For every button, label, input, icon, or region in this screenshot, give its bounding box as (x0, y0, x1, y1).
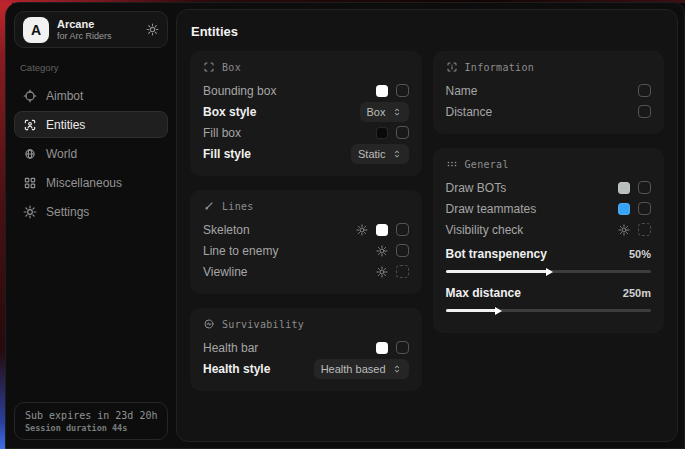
health-bar-checkbox[interactable] (396, 341, 409, 354)
slider-row: Bot transpenency 50% (446, 243, 652, 273)
setting-row: Skeleton (203, 219, 409, 240)
lines-card: Lines Skeleton Line to enem (190, 190, 422, 294)
setting-label: Bot transpenency (446, 247, 547, 261)
sidebar-item-entities[interactable]: Entities (14, 111, 168, 138)
row-gear-icon[interactable] (356, 224, 368, 236)
sub-expiry-text: Sub expires in 23d 20h (25, 410, 157, 421)
pencil-line-icon (203, 200, 215, 212)
setting-label: Health bar (203, 341, 258, 355)
setting-row: Line to enemy (203, 240, 409, 261)
box-style-dropdown[interactable]: Box (360, 102, 409, 122)
information-card: Information Name Distance (433, 51, 665, 134)
card-title: Box (222, 62, 241, 73)
slider-thumb[interactable] (546, 268, 553, 276)
dropdown-value: Health based (321, 363, 386, 375)
sidebar-item-label: Miscellaneous (46, 176, 122, 190)
page-title: Entities (191, 24, 664, 39)
brand-gear-icon[interactable] (146, 23, 159, 36)
color-swatch[interactable] (376, 342, 388, 354)
app-window: A Arcane for Arc Riders Category Aimbot (5, 2, 685, 449)
main-panel: Entities Box Bounding box (176, 9, 678, 442)
aimbot-crosshair-icon (23, 89, 37, 103)
slider-thumb[interactable] (495, 307, 502, 315)
sidebar-item-label: World (46, 147, 77, 161)
category-label: Category (20, 62, 162, 73)
bounding-box-checkbox[interactable] (396, 84, 409, 97)
skeleton-checkbox[interactable] (396, 223, 409, 236)
row-gear-icon[interactable] (376, 245, 388, 257)
slider-fill (446, 270, 549, 273)
row-gear-icon[interactable] (618, 224, 630, 236)
viewline-checkbox[interactable] (396, 265, 409, 278)
sidebar-item-label: Entities (46, 118, 85, 132)
name-checkbox[interactable] (638, 84, 651, 97)
brand-title: Arcane (57, 18, 112, 31)
survivability-pulse-icon (203, 318, 215, 330)
color-swatch[interactable] (618, 203, 630, 215)
unfold-icon (392, 107, 402, 117)
slider-row: Max distance 250m (446, 282, 652, 312)
gear-icon (23, 205, 37, 219)
sidebar-item-label: Settings (46, 205, 89, 219)
setting-row: Box style Box (203, 101, 409, 122)
fill-box-checkbox[interactable] (396, 126, 409, 139)
subscription-info-box: Sub expires in 23d 20h Session duration … (14, 402, 168, 440)
max-distance-slider[interactable] (446, 309, 652, 312)
setting-row: Fill style Static (203, 143, 409, 164)
color-swatch[interactable] (376, 127, 388, 139)
card-title: Lines (222, 201, 254, 212)
setting-row: Distance (446, 101, 652, 122)
setting-label: Draw teammates (446, 202, 537, 216)
setting-label: Viewline (203, 265, 247, 279)
slider-value: 50% (629, 248, 651, 260)
draw-teammates-checkbox[interactable] (638, 202, 651, 215)
setting-label: Line to enemy (203, 244, 278, 258)
sidebar: A Arcane for Arc Riders Category Aimbot (6, 3, 176, 448)
sidebar-item-settings[interactable]: Settings (14, 198, 168, 225)
box-brackets-icon (203, 61, 215, 73)
setting-label: Distance (446, 105, 493, 119)
sidebar-item-miscellaneous[interactable]: Miscellaneous (14, 169, 168, 196)
card-title: Survivability (222, 319, 304, 330)
setting-row: Draw teammates (446, 198, 652, 219)
setting-row: Draw BOTs (446, 177, 652, 198)
row-gear-icon[interactable] (376, 266, 388, 278)
session-duration-text: Session duration 44s (25, 423, 157, 433)
card-title: Information (465, 62, 535, 73)
unfold-icon (392, 149, 402, 159)
setting-label: Skeleton (203, 223, 250, 237)
box-card: Box Bounding box Box style Box (190, 51, 422, 176)
brand-box: A Arcane for Arc Riders (14, 11, 168, 48)
color-swatch[interactable] (618, 182, 630, 194)
slider-fill (446, 309, 497, 312)
setting-label: Box style (203, 105, 256, 119)
setting-label: Fill box (203, 126, 241, 140)
setting-row: Health style Health based (203, 358, 409, 379)
draw-bots-checkbox[interactable] (638, 181, 651, 194)
bot-transparency-slider[interactable] (446, 270, 652, 273)
entities-scan-icon (23, 118, 37, 132)
survivability-card: Survivability Health bar Health style He… (190, 308, 422, 391)
setting-row: Bounding box (203, 80, 409, 101)
setting-row: Health bar (203, 337, 409, 358)
sidebar-item-world[interactable]: World (14, 140, 168, 167)
unfold-icon (392, 364, 402, 374)
sidebar-item-aimbot[interactable]: Aimbot (14, 82, 168, 109)
slider-value: 250m (623, 287, 651, 299)
setting-row: Name (446, 80, 652, 101)
color-swatch[interactable] (376, 224, 388, 236)
line-to-enemy-checkbox[interactable] (396, 244, 409, 257)
fill-style-dropdown[interactable]: Static (351, 144, 409, 164)
visibility-check-checkbox[interactable] (638, 223, 651, 236)
color-swatch[interactable] (376, 85, 388, 97)
general-grid-dots-icon (446, 158, 458, 170)
brand-subtitle: for Arc Riders (57, 31, 112, 42)
setting-row: Visibility check (446, 219, 652, 240)
distance-checkbox[interactable] (638, 105, 651, 118)
sidebar-item-label: Aimbot (46, 89, 83, 103)
grid-icon (23, 176, 37, 190)
setting-label: Max distance (446, 286, 521, 300)
setting-label: Draw BOTs (446, 181, 507, 195)
health-style-dropdown[interactable]: Health based (314, 359, 409, 379)
dropdown-value: Static (358, 148, 386, 160)
